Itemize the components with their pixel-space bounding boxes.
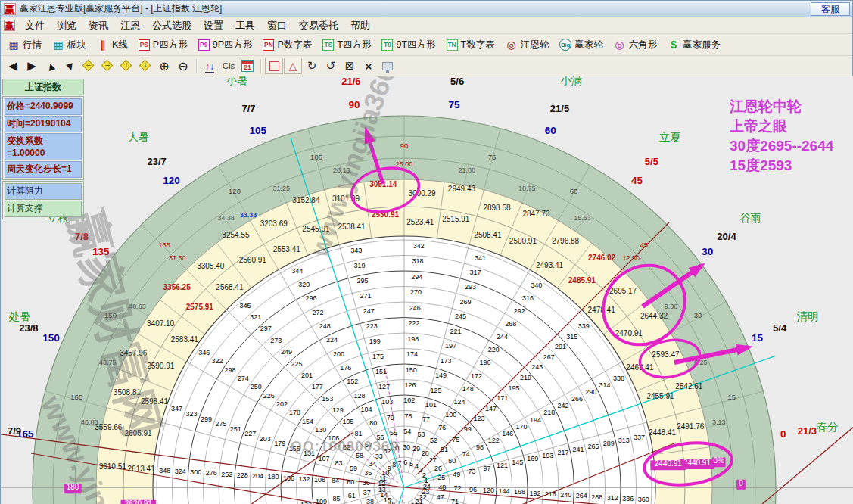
svg-text:72: 72 [454, 484, 462, 492]
presentation-screen-icon[interactable] [378, 58, 397, 74]
svg-text:2847.73: 2847.73 [522, 210, 550, 218]
info-panel: 上证指数 价格=2440.9099时间=20190104变换系数=1.00000… [2, 79, 84, 220]
svg-text:316: 316 [522, 294, 534, 302]
down-triangle-icon[interactable]: ▼ [61, 58, 79, 74]
toolbar-button-winner-service[interactable]: $赢家服务 [665, 37, 723, 53]
svg-text:294: 294 [411, 273, 422, 281]
menu-item-2[interactable]: 资讯 [82, 18, 114, 33]
svg-text:2695.17: 2695.17 [609, 287, 637, 295]
svg-text:54: 54 [403, 428, 411, 435]
svg-text:107: 107 [319, 455, 330, 462]
menu-item-4[interactable]: 公式选股 [146, 18, 198, 33]
svg-text:2: 2 [422, 471, 426, 479]
svg-text:324: 324 [175, 468, 186, 475]
menu-item-6[interactable]: 工具 [229, 18, 261, 33]
svg-text:15.63: 15.63 [574, 214, 591, 222]
rotate-ccw-icon[interactable]: ↺ [322, 58, 340, 74]
up-triangle-icon[interactable]: ▲ [42, 58, 60, 74]
svg-text:246: 246 [409, 304, 421, 312]
svg-text:31.25: 31.25 [272, 185, 290, 192]
svg-text:276: 276 [206, 469, 217, 477]
info-row: 周天变化步长=1 [5, 161, 82, 178]
calendar-21-icon[interactable]: 21 [238, 58, 257, 74]
toolbar-button-winner-wheel[interactable]: Big赢家轮 [557, 37, 606, 53]
svg-text:2583.41: 2583.41 [171, 335, 199, 344]
svg-text:168: 168 [514, 488, 525, 496]
svg-text:小满: 小满 [560, 76, 582, 86]
menu-item-1[interactable]: 浏览 [51, 18, 82, 33]
center-focus-icon[interactable]: × [360, 58, 378, 74]
calc-support-button[interactable]: 计算支撑 [5, 201, 82, 217]
svg-text:23/7: 23/7 [147, 156, 166, 167]
back-triangle-icon[interactable]: ◀ [4, 58, 22, 74]
svg-text:192: 192 [529, 490, 540, 497]
svg-text:21/3: 21/3 [798, 425, 817, 437]
svg-text:154: 154 [302, 418, 313, 425]
diamond-right-arrow-icon[interactable]: → [98, 58, 117, 74]
toolbar-button-p-square[interactable]: PSP四方形 [136, 37, 190, 53]
toolbar-button-candlestick[interactable]: ∥K线 [95, 37, 130, 53]
svg-text:47: 47 [437, 493, 444, 501]
diamond-up-arrow-icon[interactable]: ↑ [117, 58, 135, 74]
svg-text:267: 267 [543, 353, 555, 361]
svg-text:291: 291 [555, 343, 566, 350]
toolbar-button-gann-wheel[interactable]: ◎江恩轮 [503, 37, 552, 53]
svg-text:45: 45 [640, 241, 648, 249]
svg-text:131: 131 [304, 450, 315, 457]
svg-text:21/6: 21/6 [341, 76, 360, 87]
toolbar-button-hexagon[interactable]: ◎六角形 [612, 37, 660, 53]
toolbar-button-p-number-table[interactable]: PNP数字表 [260, 37, 314, 53]
winner-wheel-icon: Big [559, 39, 571, 51]
svg-text:150: 150 [104, 311, 117, 319]
forward-triangle-icon[interactable]: ▶ [23, 58, 41, 74]
square-tool-icon[interactable] [265, 58, 283, 74]
clear-icon[interactable]: Cls [219, 58, 238, 74]
menu-item-5[interactable]: 设置 [198, 18, 229, 33]
svg-text:320: 320 [298, 281, 310, 288]
zoom-in-icon[interactable]: ⊕ [155, 58, 173, 74]
updown-axis-icon[interactable]: ↑↓ [201, 58, 219, 74]
menu-item-0[interactable]: 文件 [19, 18, 51, 33]
triangle-tool-icon[interactable]: △ [284, 58, 302, 74]
toolbar-button-label: 板块 [67, 39, 86, 51]
toolbar-button-blocks[interactable]: ▦板块 [50, 37, 89, 53]
rotate-cw-icon[interactable]: ↻ [303, 58, 321, 74]
svg-text:2560.91: 2560.91 [239, 256, 267, 264]
toolbar-button-p9-square[interactable]: P99P四方形 [196, 37, 255, 53]
svg-text:38: 38 [366, 498, 374, 504]
svg-text:37.50: 37.50 [169, 254, 186, 262]
svg-text:7/8: 7/8 [75, 231, 89, 242]
svg-text:245: 245 [455, 313, 466, 320]
winner-service-icon: $ [668, 39, 680, 51]
menu-item-3[interactable]: 江恩 [114, 18, 146, 33]
toolbar-button-quotes-grid[interactable]: ▦行情 [5, 37, 44, 53]
toolbar-button-t-number-table[interactable]: TNT数字表 [444, 37, 497, 53]
main-toolbar: ▦行情▦板块∥K线PSP四方形P99P四方形PNP数字表TST四方形T99T四方… [1, 34, 852, 56]
svg-text:2613.41: 2613.41 [128, 465, 156, 473]
svg-text:241: 241 [573, 446, 584, 453]
svg-text:大暑: 大暑 [127, 131, 149, 143]
svg-text:5: 5 [409, 460, 413, 468]
menu-item-9[interactable]: 帮助 [344, 18, 376, 33]
zoom-out-icon[interactable]: ⊖ [174, 58, 192, 74]
toolbar-button-t9-square[interactable]: T99T四方形 [379, 37, 437, 53]
svg-text:2448.41: 2448.41 [649, 428, 677, 437]
svg-text:155: 155 [289, 445, 300, 453]
menu-item-8[interactable]: 交易委托 [293, 18, 344, 33]
svg-text:243: 243 [531, 363, 543, 371]
svg-text:274: 274 [238, 375, 249, 382]
svg-text:25: 25 [437, 474, 445, 481]
svg-text:3152.84: 3152.84 [292, 196, 320, 204]
toolbar-button-t-square[interactable]: TST四方形 [320, 37, 373, 53]
svg-text:266: 266 [571, 395, 583, 403]
svg-text:46.88: 46.88 [81, 418, 98, 426]
customer-service-button[interactable]: 客服 [811, 2, 850, 16]
calc-resistance-button[interactable]: 计算阻力 [5, 183, 82, 200]
box-select-icon[interactable]: ⊠ [341, 58, 359, 74]
svg-text:313: 313 [618, 437, 630, 444]
menu-item-7[interactable]: 窗口 [261, 18, 293, 33]
diamond-down-arrow-icon[interactable]: ↓ [136, 58, 154, 74]
svg-text:90: 90 [400, 142, 409, 150]
svg-text:323: 323 [186, 410, 198, 418]
diamond-left-arrow-icon[interactable]: ← [79, 58, 98, 74]
